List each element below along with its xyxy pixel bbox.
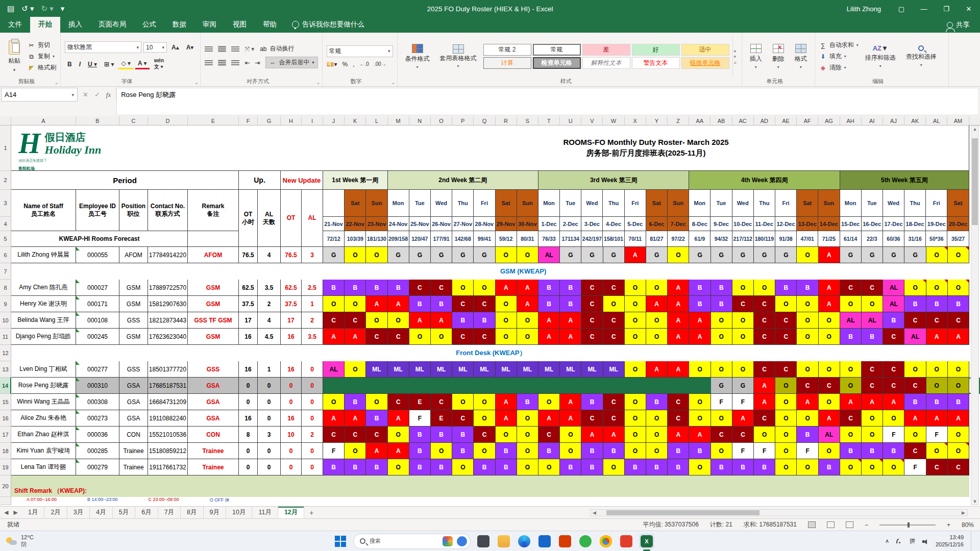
shift-cell[interactable]: F (797, 443, 818, 459)
shift-cell[interactable]: C (754, 410, 775, 427)
menu-tab-插入[interactable]: 插入 (60, 17, 90, 33)
row-header-10[interactable]: 10 (0, 312, 11, 329)
shift-cell[interactable]: O (862, 459, 883, 475)
employee-id-cell[interactable]: 000027 (76, 280, 119, 296)
shift-cell[interactable]: B (560, 459, 581, 475)
page-break-view-icon[interactable] (846, 521, 853, 528)
day-name-cell[interactable]: Thu (452, 190, 474, 217)
shift-cell[interactable]: C (862, 361, 883, 378)
al-days-cell[interactable]: 0 (258, 459, 281, 475)
shift-cell[interactable]: O (603, 459, 625, 475)
date-cell[interactable]: 5-Dec (625, 217, 646, 231)
tray-expand-icon[interactable]: ∧ (885, 538, 889, 544)
shift-cell[interactable]: A (323, 329, 345, 345)
shift-cell[interactable]: C (452, 410, 474, 427)
shift-cell[interactable]: C (366, 427, 387, 443)
day-name-cell[interactable]: Fri (775, 190, 797, 217)
shift-cell[interactable]: B (409, 459, 431, 475)
shift-cell[interactable]: C (603, 280, 625, 296)
day-name-cell[interactable]: Wed (431, 190, 452, 217)
shift-cell[interactable]: A (345, 410, 366, 427)
shift-cell[interactable]: A (732, 410, 754, 427)
style-calculation[interactable]: 计算 (483, 57, 531, 69)
day-name-cell[interactable]: Wed (581, 190, 603, 217)
underline-button[interactable]: U ▾ (85, 60, 100, 69)
forecast-cell[interactable]: 91/38 (775, 231, 797, 247)
day-name-cell[interactable]: Mon (840, 190, 862, 217)
shift-cell[interactable]: G (431, 247, 452, 263)
sheet-tab-8月[interactable]: 8月 (181, 507, 203, 518)
shift-cell[interactable] (646, 378, 668, 394)
shift-cell[interactable]: G (409, 247, 431, 263)
day-name-cell[interactable]: Sat (947, 190, 969, 217)
shift-cell[interactable]: C (883, 329, 904, 345)
day-name-cell[interactable]: Mon (538, 190, 560, 217)
enter-icon[interactable]: ✓ (94, 91, 100, 98)
shift-cell[interactable]: G (646, 247, 668, 263)
sheet-tab-11月[interactable]: 11月 (252, 507, 278, 518)
shift-cell[interactable]: B (862, 329, 883, 345)
forecast-cell[interactable]: 171134 (560, 231, 581, 247)
shift-cell[interactable]: O (732, 361, 754, 378)
scroll-up-icon[interactable]: ▲ (971, 127, 978, 132)
shift-cell[interactable]: O (840, 361, 862, 378)
employee-id-cell[interactable]: 000279 (76, 459, 119, 475)
shift-cell[interactable]: O (474, 394, 495, 410)
forecast-cell[interactable]: 97/22 (668, 231, 689, 247)
column-header-AH[interactable]: AH (840, 116, 862, 125)
staff-name-cell[interactable]: Alice Zhu 朱春艳 (11, 410, 76, 427)
style-check-cell[interactable]: 检查单元格 (533, 57, 581, 69)
date-cell[interactable]: 25-Nov (409, 217, 431, 231)
al-update-cell[interactable]: 3 (302, 247, 323, 263)
shift-cell[interactable]: C (775, 312, 797, 329)
forecast-cell[interactable]: 142/68 (452, 231, 474, 247)
shift-cell[interactable]: AL (819, 427, 840, 443)
wps-icon[interactable] (619, 534, 634, 549)
al-update-cell[interactable]: 0 (302, 443, 323, 459)
zoom-level[interactable]: 80% (962, 521, 974, 529)
shift-cell[interactable] (581, 378, 603, 394)
contact-cell[interactable]: 19110882240 (148, 410, 188, 427)
forecast-cell[interactable]: 103/39 (345, 231, 366, 247)
shift-cell[interactable]: O (625, 427, 646, 443)
column-header-E[interactable]: E (188, 116, 239, 125)
shift-cell[interactable]: C (926, 312, 948, 329)
undo-icon[interactable]: ↺ ▾ (21, 4, 34, 13)
shift-cell[interactable]: AL (862, 312, 883, 329)
contact-cell[interactable]: 17889722570 (148, 280, 188, 296)
shift-cell[interactable]: C (754, 312, 775, 329)
ot-update-cell[interactable]: 0 (281, 394, 302, 410)
shift-cell[interactable]: A (948, 329, 969, 345)
shift-cell[interactable]: B (948, 296, 969, 312)
shift-cell[interactable]: O (948, 247, 969, 263)
forecast-cell[interactable]: 181/130 (366, 231, 387, 247)
day-name-cell[interactable]: Thu (904, 190, 926, 217)
shift-cell[interactable]: B (904, 394, 926, 410)
shift-cell[interactable]: C (754, 296, 775, 312)
shift-cell[interactable]: C (474, 329, 495, 345)
column-header-M[interactable]: M (388, 116, 409, 125)
date-cell[interactable]: 27-Nov (452, 217, 474, 231)
date-cell[interactable]: 18-Dec (904, 217, 926, 231)
employee-id-cell[interactable]: 000308 (76, 394, 119, 410)
shift-cell[interactable]: G (581, 247, 603, 263)
shift-cell[interactable]: ML (581, 361, 603, 378)
shift-cell[interactable]: B (711, 280, 732, 296)
shift-cell[interactable]: O (862, 410, 883, 427)
forecast-cell[interactable]: 242/197 (581, 231, 603, 247)
shift-cell[interactable]: O (948, 443, 969, 459)
day-name-cell[interactable]: Sat (797, 190, 818, 217)
date-cell[interactable]: 26-Nov (431, 217, 452, 231)
column-header-AB[interactable]: AB (710, 116, 732, 125)
ot-hours-cell[interactable]: 37.5 (239, 296, 258, 312)
ot-update-cell[interactable]: 16 (281, 410, 302, 427)
shift-cell[interactable]: O (840, 296, 862, 312)
shift-cell[interactable]: A (689, 312, 710, 329)
shift-cell[interactable]: O (496, 329, 517, 345)
shift-cell[interactable]: F (732, 443, 754, 459)
al-days-cell[interactable]: 0 (258, 378, 281, 394)
shift-cell[interactable]: O (517, 410, 538, 427)
shift-cell[interactable]: O (345, 296, 366, 312)
shift-cell[interactable]: A (668, 427, 689, 443)
shift-cell[interactable]: B (775, 280, 797, 296)
